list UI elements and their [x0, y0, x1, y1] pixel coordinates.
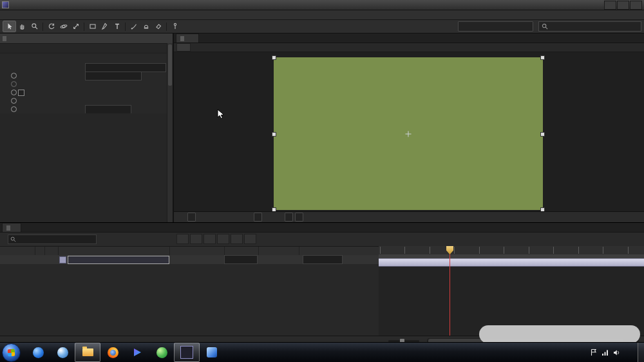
viewer-tab-comp1[interactable] [176, 43, 191, 52]
selection-handle[interactable] [540, 207, 545, 211]
taskbar-globe-browser-icon[interactable] [50, 343, 75, 361]
search-icon [542, 23, 548, 30]
stopwatch-icon[interactable] [11, 73, 17, 79]
pen-tool[interactable] [99, 21, 111, 32]
layer-thumbnail-icon [59, 256, 66, 263]
current-time-indicator-line [450, 254, 450, 336]
property-row-sample [0, 71, 173, 80]
stopwatch-icon[interactable] [11, 81, 17, 87]
selection-tool[interactable] [3, 21, 16, 32]
ae-app-icon [2, 1, 9, 8]
time-ruler[interactable] [379, 246, 644, 255]
taskbar-after-effects-icon[interactable] [174, 343, 200, 362]
mask-shape-tool[interactable] [86, 21, 99, 32]
zoom-tool[interactable] [28, 21, 41, 32]
panel-grip-icon[interactable] [3, 36, 6, 41]
start-button[interactable] [2, 343, 21, 362]
parent-column-header[interactable] [299, 247, 379, 256]
hide-shy-layers-icon[interactable] [204, 234, 216, 244]
composition-tab[interactable] [176, 33, 199, 43]
sample-dropdown[interactable] [85, 71, 142, 81]
effect-controls-scrollbar[interactable] [167, 43, 173, 222]
panel-grip-icon [180, 36, 184, 41]
show-desktop-button[interactable] [638, 343, 644, 362]
source-name-column-header[interactable] [59, 247, 170, 256]
effect-header [0, 53, 173, 63]
taskbar-browser-icon[interactable] [26, 343, 50, 361]
frame-blend-icon[interactable] [217, 234, 229, 244]
close-button[interactable] [630, 1, 642, 10]
property-row-source-layer [0, 63, 173, 71]
puppet-pin-tool[interactable] [169, 21, 181, 32]
timeline-tab-comp1[interactable] [2, 223, 21, 232]
viewer-tabbar [174, 43, 644, 52]
network-icon[interactable] [601, 349, 609, 356]
composition-canvas[interactable] [274, 57, 543, 210]
help-search-input[interactable] [551, 23, 638, 30]
magnification-dropdown[interactable] [187, 213, 196, 222]
blend-mode-dropdown[interactable] [85, 105, 131, 114]
stopwatch-icon[interactable] [11, 90, 17, 95]
timeline-track-area[interactable] [379, 246, 644, 336]
action-center-flag-icon[interactable] [590, 348, 597, 356]
eraser-tool[interactable] [152, 21, 164, 32]
volume-icon[interactable] [613, 349, 621, 356]
taskbar-firefox-icon[interactable] [100, 343, 125, 361]
layer-parent-dropdown[interactable] [303, 255, 343, 264]
draft-3d-icon[interactable] [190, 234, 202, 244]
property-row-opacity [0, 97, 173, 105]
hand-tool[interactable] [16, 21, 28, 32]
windows-taskbar [0, 342, 644, 362]
minimize-button[interactable] [604, 1, 616, 10]
stencil-checkbox[interactable] [18, 90, 24, 96]
layer-track-matte-cell[interactable] [258, 255, 298, 264]
taskbar-media-player-icon[interactable] [125, 343, 149, 361]
taskbar-explorer-icon[interactable] [75, 343, 100, 362]
mode-column-header[interactable] [225, 247, 259, 256]
taskbar-antivirus-icon[interactable] [149, 343, 174, 361]
stopwatch-icon[interactable] [11, 98, 17, 104]
timeline-controls [0, 232, 644, 246]
graph-editor-icon[interactable] [244, 234, 256, 244]
anchor-point-icon[interactable] [408, 131, 409, 137]
composition-viewer[interactable] [174, 52, 644, 211]
layer-row-1[interactable] [0, 255, 379, 265]
composition-mini-flowchart-icon[interactable] [176, 234, 189, 244]
property-row-blend [0, 105, 173, 113]
composition-panel [174, 33, 644, 222]
clone-stamp-tool[interactable] [140, 21, 152, 32]
tool-bar [0, 20, 644, 33]
layer-mode-dropdown[interactable] [224, 255, 258, 264]
maximize-button[interactable] [617, 1, 629, 10]
selection-handle[interactable] [540, 132, 545, 137]
property-row-stencil [0, 88, 173, 97]
layer-name[interactable] [68, 256, 169, 264]
type-tool[interactable] [111, 21, 123, 32]
brush-tool[interactable] [128, 21, 140, 32]
composition-footer-bar [174, 211, 644, 222]
timeline-search-box[interactable] [8, 234, 97, 244]
toolbar-separator [166, 23, 167, 31]
help-search-box[interactable] [538, 21, 641, 32]
view-layout-dropdown[interactable] [295, 213, 303, 222]
selection-handle[interactable] [272, 132, 276, 137]
effect-controls-tabbar [0, 33, 173, 44]
workspace-dropdown[interactable] [458, 21, 533, 32]
layer-duration-bar[interactable] [379, 258, 644, 267]
selection-handle[interactable] [272, 207, 276, 211]
pan-behind-tool[interactable] [70, 21, 82, 32]
stopwatch-icon[interactable] [11, 106, 17, 112]
timeline-search-input[interactable] [18, 235, 94, 243]
track-matte-column-header[interactable] [259, 247, 299, 256]
watermark-blob [479, 325, 640, 343]
source-layer-dropdown[interactable] [85, 63, 166, 72]
switches-column-header [170, 247, 225, 256]
selection-handle[interactable] [540, 55, 545, 60]
taskbar-utility-icon[interactable] [200, 343, 224, 361]
resolution-dropdown[interactable] [254, 213, 262, 222]
rotation-tool[interactable] [45, 21, 57, 32]
selection-handle[interactable] [272, 55, 276, 60]
camera-tool[interactable] [57, 21, 70, 32]
camera-dropdown[interactable] [285, 213, 293, 222]
motion-blur-icon[interactable] [231, 234, 243, 244]
